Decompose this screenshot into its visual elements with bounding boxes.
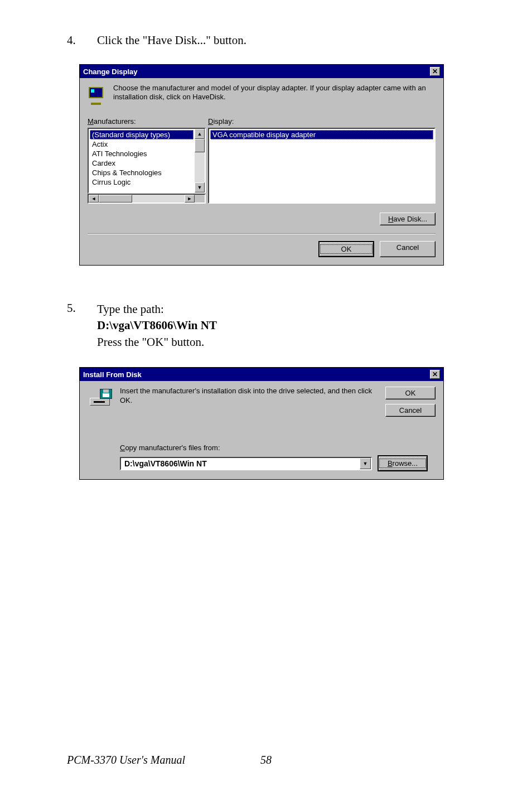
step-5-line2: D:\vga\VT8606\Win NT xyxy=(97,319,217,332)
ok-button[interactable]: OK xyxy=(318,241,374,257)
step-4-number: 4. xyxy=(67,33,77,47)
close-icon[interactable]: ✕ xyxy=(430,67,440,76)
install-from-disk-intro: Insert the manufacturer's installation d… xyxy=(120,387,378,406)
display-listbox[interactable]: VGA compatible display adapter xyxy=(208,128,436,204)
chevron-down-icon[interactable]: ▼ xyxy=(360,458,371,469)
list-item[interactable]: VGA compatible display adapter xyxy=(210,130,433,139)
install-from-disk-dialog: Install From Disk ✕ Insert the manufactu… xyxy=(79,367,444,480)
list-item[interactable]: Chips & Technologies xyxy=(90,168,194,177)
browse-button[interactable]: Browse... xyxy=(378,455,428,471)
path-combobox[interactable]: ▼ xyxy=(120,457,372,470)
footer-page-number: 58 xyxy=(260,754,272,767)
path-input[interactable] xyxy=(121,458,360,469)
cancel-button[interactable]: Cancel xyxy=(380,241,436,257)
change-display-titlebar: Change Display ✕ xyxy=(80,65,443,78)
step-5-line1: Type the path: xyxy=(97,302,164,316)
list-item[interactable]: (Standard display types) xyxy=(90,130,194,139)
copy-from-label: Copy manufacturer's files from: xyxy=(120,444,428,452)
list-item[interactable]: Cardex xyxy=(90,158,194,168)
step-4: 4. Click the "Have Disk..." button. xyxy=(67,33,465,47)
ok-label: OK xyxy=(320,244,373,254)
horizontal-scrollbar[interactable]: ◄ ► xyxy=(88,194,206,204)
step-5-line3: Press the "OK" button. xyxy=(97,335,204,349)
ok-label: OK xyxy=(405,389,416,397)
cancel-label: Cancel xyxy=(399,406,422,415)
scroll-left-icon[interactable]: ◄ xyxy=(89,195,99,203)
install-from-disk-title: Install From Disk xyxy=(83,370,142,379)
display-label: Display: xyxy=(208,117,234,126)
manufacturers-listbox[interactable]: (Standard display types) Actix ATI Techn… xyxy=(88,128,206,204)
install-from-disk-titlebar: Install From Disk ✕ xyxy=(80,368,443,381)
ok-button[interactable]: OK xyxy=(385,387,436,399)
floppy-disk-icon xyxy=(90,389,112,406)
vertical-scrollbar[interactable]: ▲ ▼ xyxy=(195,129,205,192)
close-icon[interactable]: ✕ xyxy=(430,370,440,379)
change-display-dialog: Change Display ✕ Choose the manufacturer… xyxy=(79,64,444,266)
change-display-intro: Choose the manufacturer and model of you… xyxy=(113,84,436,102)
step-5: 5. Type the path: D:\vga\VT8606\Win NT P… xyxy=(67,301,465,350)
scroll-up-icon[interactable]: ▲ xyxy=(195,129,205,139)
list-item[interactable]: Actix xyxy=(90,139,194,149)
have-disk-label: ave Disk... xyxy=(393,215,427,223)
cancel-button[interactable]: Cancel xyxy=(385,404,436,417)
change-display-title: Change Display xyxy=(83,68,138,76)
step-5-number: 5. xyxy=(67,301,77,350)
step-4-text: Click the "Have Disk..." button. xyxy=(97,33,246,47)
have-disk-button[interactable]: Have Disk... xyxy=(380,213,436,225)
scroll-down-icon[interactable]: ▼ xyxy=(195,182,205,192)
page-footer: PCM-3370 User's Manual 58 xyxy=(67,754,465,767)
scroll-right-icon[interactable]: ► xyxy=(185,195,195,203)
cancel-label: Cancel xyxy=(396,243,419,252)
monitor-icon xyxy=(88,86,108,105)
manufacturers-label: Manufacturers: xyxy=(88,117,208,126)
list-item[interactable]: Cirrus Logic xyxy=(90,177,194,187)
list-item[interactable]: ATI Technologies xyxy=(90,149,194,158)
